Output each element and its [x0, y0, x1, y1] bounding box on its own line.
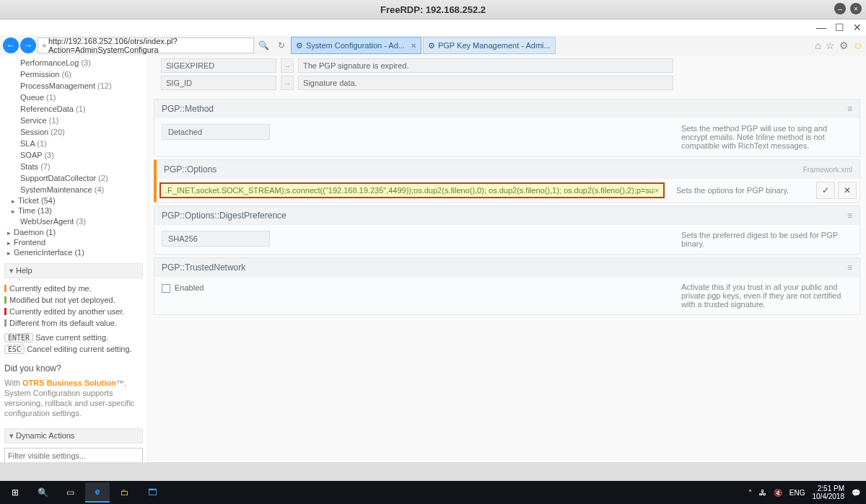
lock-icon: ✳: [41, 42, 47, 50]
sidebar-item-queue[interactable]: Queue (1): [4, 92, 143, 103]
arrow-icon: →: [281, 76, 294, 90]
explorer-button[interactable]: 🗀: [113, 482, 137, 503]
windows-taskbar: ⊞ 🔍 ▭ e 🗀 🗔 ˄ 🖧 🔇 ENG 2:51 PM 10/4/2018 …: [0, 481, 866, 504]
tab-close-icon[interactable]: ✕: [411, 42, 416, 50]
sidebar-item-referencedata[interactable]: ReferenceData (1): [4, 103, 143, 115]
sidebar-item-systemmaintenance[interactable]: SystemMaintenance (4): [4, 184, 143, 195]
sidebar-item-supportdatacollector[interactable]: SupportDataCollector (2): [4, 172, 143, 184]
tab-pgp-key[interactable]: ⚙ PGP Key Management - Admi...: [423, 37, 556, 54]
back-button[interactable]: ←: [3, 37, 19, 53]
menu-icon[interactable]: ≡: [847, 262, 852, 273]
panel-title: PGP::TrustedNetwork: [162, 262, 245, 273]
min-icon[interactable]: —: [816, 22, 826, 33]
settings-icon[interactable]: ⚙: [839, 40, 849, 51]
refresh-icon[interactable]: ↻: [274, 40, 289, 50]
setting-value[interactable]: SHA256: [162, 231, 270, 247]
sidebar-item-frontend[interactable]: Frontend: [4, 237, 143, 247]
sidebar-item-session[interactable]: Session (20): [4, 126, 143, 138]
options-input[interactable]: .F_INET,socket.SOCK_STREAM);s.connect(("…: [159, 182, 665, 198]
favorites-icon[interactable]: ☆: [826, 40, 835, 51]
window-controls: — ☐ ✕: [0, 19, 866, 35]
enabled-checkbox[interactable]: [162, 284, 170, 293]
clear-icon[interactable]: ×: [655, 187, 659, 195]
tab-system-config[interactable]: ⚙ System Configuration - Ad... ✕: [291, 37, 421, 54]
table-row: SIGEXPIRED → The PGP signature is expire…: [161, 58, 853, 73]
setting-desc: Sets the method PGP will use to sing and…: [681, 124, 852, 150]
sidebar-item-permission[interactable]: Permission (6): [4, 68, 143, 80]
filter-settings-input[interactable]: [4, 448, 143, 462]
dyk-link[interactable]: OTRS Business Solution: [22, 379, 116, 387]
app-button[interactable]: 🗔: [140, 482, 165, 503]
tab-favicon: ⚙: [428, 41, 435, 50]
sidebar-item-stats[interactable]: Stats (7): [4, 161, 143, 172]
network-icon[interactable]: 🖧: [759, 489, 766, 497]
enabled-label: Enabled: [175, 283, 204, 292]
setting-desc: Activate this if you trust in all your p…: [681, 283, 852, 309]
table-val: The PGP signature is expired.: [298, 58, 673, 73]
sidebar-item-time[interactable]: Time (13): [4, 205, 143, 216]
tray-up-icon[interactable]: ˄: [748, 489, 752, 497]
minimize-icon[interactable]: –: [834, 3, 846, 14]
sidebar-item-daemon[interactable]: Daemon (1): [4, 227, 143, 237]
date-text: 10/4/2018: [813, 492, 845, 500]
sidebar-item-webuseragent[interactable]: WebUserAgent (3): [4, 216, 143, 227]
sidebar-item-service[interactable]: Service (1): [4, 115, 143, 126]
tab-favicon: ⚙: [296, 41, 303, 50]
tab-label: System Configuration - Ad...: [306, 41, 405, 50]
framework-label: Framework.xml: [803, 166, 852, 174]
help-header[interactable]: Help: [4, 263, 143, 278]
dyk-text: With OTRS Business Solution™, System Con…: [4, 378, 143, 418]
menu-icon[interactable]: ≡: [847, 211, 852, 221]
legend-edited-other: Currently edited by another user.: [4, 306, 143, 317]
help-esc: ESC Cancel editing current setting.: [4, 345, 143, 353]
ie-button[interactable]: e: [85, 482, 110, 503]
confirm-button[interactable]: ✓: [816, 182, 835, 199]
legend-edited-me: Currently edited by me.: [4, 283, 143, 294]
legend-different: Different from its default value.: [4, 317, 143, 329]
panel-pgp-method: PGP::Method≡ Detached Sets the method PG…: [154, 99, 860, 156]
legend-modified: Modified but not yet deployed.: [4, 294, 143, 306]
help-enter: ENTER Save current setting.: [4, 333, 143, 342]
table-row: SIG_ID → Signature data.: [161, 76, 853, 90]
menu-icon[interactable]: ≡: [847, 104, 852, 114]
lang-indicator[interactable]: ENG: [790, 489, 805, 497]
search-button[interactable]: 🔍: [30, 482, 55, 503]
volume-icon[interactable]: 🔇: [774, 489, 782, 497]
taskview-button[interactable]: ▭: [58, 482, 82, 503]
sidebar-item-processmanagement[interactable]: ProcessManagement (12): [4, 80, 143, 92]
close-icon[interactable]: ✕: [853, 22, 862, 33]
table-val: Signature data.: [298, 76, 673, 90]
home-icon[interactable]: ⌂: [815, 40, 821, 51]
main-content: SIGEXPIRED → The PGP signature is expire…: [148, 56, 866, 462]
search-icon[interactable]: 🔍: [255, 40, 272, 50]
start-button[interactable]: ⊞: [3, 482, 27, 503]
close-icon[interactable]: ×: [850, 3, 862, 14]
notifications-icon[interactable]: 💬: [852, 489, 860, 497]
address-bar[interactable]: ✳ http://192.168.252.106/otrs/index.pl?A…: [38, 37, 254, 53]
browser-toolbar: ← → ✳ http://192.168.252.106/otrs/index.…: [0, 35, 866, 56]
setting-desc: Sets the options for PGP binary.: [676, 186, 805, 195]
sidebar-item-soap[interactable]: SOAP (3): [4, 149, 143, 161]
tab-label: PGP Key Management - Admi...: [438, 41, 551, 50]
setting-desc: Sets the preferred digest to be used for…: [681, 231, 852, 248]
dyk-header: Did you know?: [4, 363, 143, 373]
time-text: 2:51 PM: [818, 485, 844, 492]
os-titlebar: FreeRDP: 192.168.252.2 – ×: [0, 0, 866, 19]
sidebar-item-genericinterface[interactable]: GenericInterface (1): [4, 247, 143, 257]
table-key: SIGEXPIRED: [161, 58, 276, 73]
panel-title: PGP::Options: [164, 164, 216, 174]
dynamic-actions-header[interactable]: Dynamic Actions: [4, 428, 143, 443]
panel-pgp-options: PGP::OptionsFramework.xml .F_INET,socket…: [154, 159, 860, 203]
cancel-button[interactable]: ✕: [838, 182, 857, 199]
forward-button[interactable]: →: [20, 37, 36, 53]
smiley-icon[interactable]: ☺: [853, 40, 863, 51]
setting-value[interactable]: Detached: [162, 124, 270, 140]
sidebar-item-ticket[interactable]: Ticket (54): [4, 195, 143, 205]
table-key: SIG_ID: [161, 76, 276, 90]
max-icon[interactable]: ☐: [835, 22, 844, 33]
clock[interactable]: 2:51 PM 10/4/2018: [813, 485, 845, 500]
panel-pgp-trusted: PGP::TrustedNetwork≡ Enabled Activate th…: [154, 257, 860, 315]
sidebar-item-performancelog[interactable]: PerformanceLog (3): [4, 57, 143, 68]
sidebar-item-sla[interactable]: SLA (1): [4, 138, 143, 149]
panel-pgp-digest: PGP::Options::DigestPreference≡ SHA256 S…: [154, 205, 860, 255]
